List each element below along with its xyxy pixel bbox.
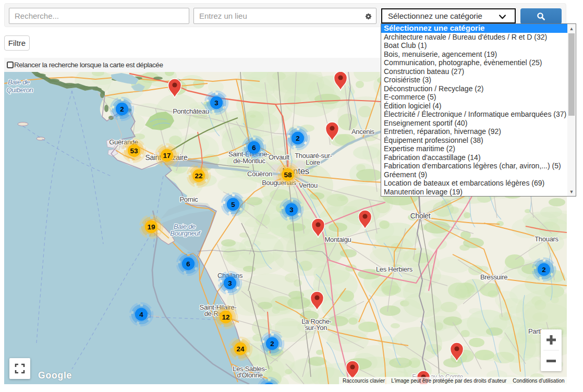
svg-text:5: 5	[231, 201, 235, 209]
svg-text:Thouars: Thouars	[535, 235, 558, 243]
svg-text:19: 19	[147, 223, 155, 231]
svg-text:Pontchâteau: Pontchâteau	[173, 107, 209, 115]
svg-text:Ancenis: Ancenis	[351, 128, 375, 136]
svg-text:d'Olonne: d'Olonne	[237, 371, 262, 379]
svg-text:12: 12	[222, 313, 229, 321]
svg-text:3: 3	[214, 99, 218, 107]
svg-text:2: 2	[120, 105, 124, 113]
svg-text:Montaigu: Montaigu	[324, 236, 351, 243]
svg-text:2: 2	[296, 134, 300, 142]
svg-text:4: 4	[139, 311, 143, 318]
svg-text:17: 17	[163, 152, 171, 160]
svg-text:Orvault: Orvault	[269, 153, 289, 161]
svg-text:22: 22	[195, 172, 202, 180]
svg-text:6: 6	[186, 260, 190, 268]
svg-text:2: 2	[270, 340, 274, 348]
svg-text:Pornic: Pornic	[179, 195, 198, 203]
svg-text:Cholet: Cholet	[410, 212, 431, 220]
svg-text:3: 3	[289, 206, 294, 214]
svg-text:2: 2	[542, 266, 546, 274]
svg-text:sur-Yon: sur-Yon	[305, 324, 327, 332]
svg-text:Vertou: Vertou	[299, 181, 318, 189]
svg-text:24: 24	[236, 345, 245, 353]
svg-text:Baie de: Baie de	[8, 78, 30, 86]
svg-text:Loire: Loire	[306, 158, 320, 166]
svg-text:Bressuire: Bressuire	[480, 273, 507, 281]
svg-text:3: 3	[228, 279, 232, 287]
svg-text:Couëron: Couëron	[247, 170, 272, 178]
svg-text:6: 6	[252, 144, 256, 152]
svg-text:Bourgneuf: Bourgneuf	[170, 229, 201, 237]
svg-text:53: 53	[130, 147, 138, 155]
svg-text:Quiberon: Quiberon	[6, 86, 33, 94]
svg-text:Les Herbiers: Les Herbiers	[376, 265, 413, 273]
svg-text:58: 58	[284, 171, 292, 179]
